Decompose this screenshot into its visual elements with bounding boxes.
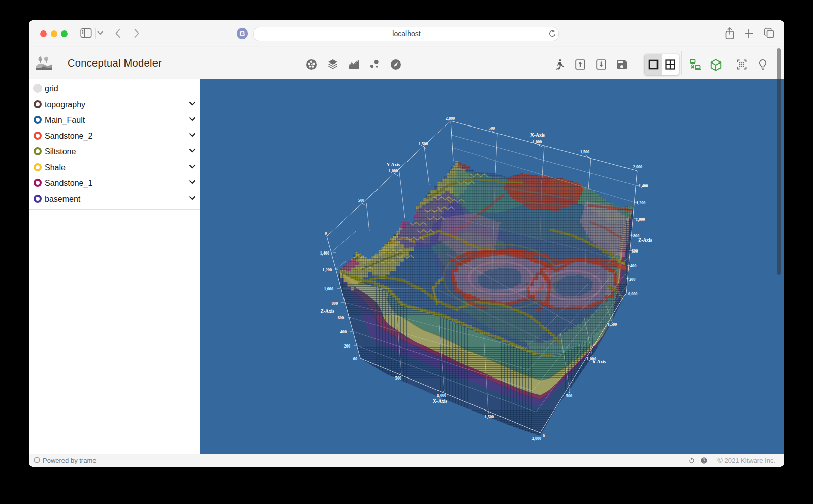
- svg-text:500: 500: [395, 376, 401, 381]
- svg-text:1,400: 1,400: [639, 184, 648, 188]
- svg-text:800: 800: [332, 301, 338, 306]
- svg-text:Y-Axis: Y-Axis: [592, 359, 606, 364]
- svg-text:500: 500: [566, 394, 572, 398]
- svg-text:1,000: 1,000: [389, 169, 398, 173]
- svg-text:1,000: 1,000: [324, 287, 333, 291]
- svg-text:1,000: 1,000: [533, 140, 542, 144]
- svg-text:1,200: 1,200: [636, 201, 645, 205]
- svg-text:1,000: 1,000: [437, 393, 446, 398]
- svg-text:1,500: 1,500: [419, 142, 428, 146]
- svg-text:600: 600: [632, 249, 638, 254]
- svg-text:2,800: 2,800: [446, 116, 455, 121]
- svg-text:Z-Axis: Z-Axis: [321, 309, 335, 314]
- svg-text:600: 600: [338, 316, 344, 320]
- svg-text:0: 0: [325, 231, 327, 236]
- svg-text:0: 0: [543, 434, 545, 438]
- svg-text:1,500: 1,500: [608, 322, 617, 327]
- svg-text:2,000: 2,000: [633, 165, 642, 169]
- svg-text:00: 00: [353, 357, 357, 361]
- svg-text:1,200: 1,200: [323, 268, 332, 272]
- svg-text:500: 500: [489, 126, 495, 131]
- svg-text:1,400: 1,400: [320, 251, 329, 256]
- svg-text:1,500: 1,500: [485, 415, 494, 419]
- svg-text:Z-Axis: Z-Axis: [638, 238, 652, 243]
- svg-text:1,500: 1,500: [580, 150, 589, 154]
- svg-text:400: 400: [630, 264, 636, 268]
- svg-text:X-Axis: X-Axis: [433, 399, 447, 404]
- svg-text:0,000: 0,000: [628, 292, 637, 296]
- svg-text:X-Axis: X-Axis: [530, 133, 545, 138]
- svg-text:Y-Axis: Y-Axis: [386, 162, 400, 167]
- svg-text:200: 200: [344, 344, 350, 349]
- svg-text:500: 500: [358, 198, 364, 203]
- svg-text:400: 400: [340, 330, 347, 334]
- svg-text:200: 200: [629, 277, 635, 282]
- svg-text:2,000: 2,000: [532, 436, 541, 441]
- svg-text:1,000: 1,000: [636, 217, 645, 222]
